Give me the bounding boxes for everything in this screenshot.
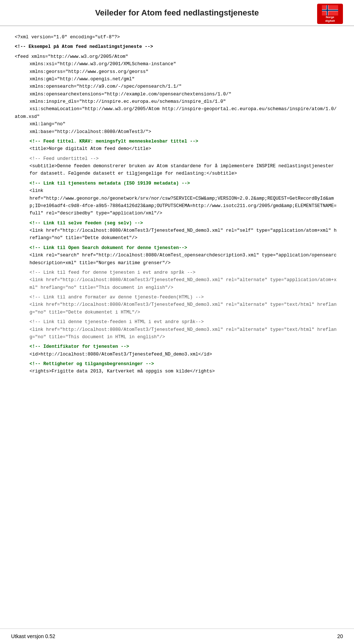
feed-xmlns: <feed xmlns="http://www.w3.org/2005/Atom… [15,53,339,136]
xml-declaration: <?xml version="1.0" encoding="utf-8"?> [15,34,339,41]
main-content: <?xml version="1.0" encoding="utf-8"?> <… [0,26,354,385]
link-html-section: <!-- Link til andre formater av denne tj… [15,294,339,316]
id-section: <!-- Identifikator for tjenesten --> <id… [15,343,339,358]
page-title: Veileder for Atom feed nedlastingstjenes… [11,7,343,19]
logo-text: Norgedigitalt [325,15,335,22]
feed-title-section: <!-- Feed tittel. KRAV: meningsfylt menn… [15,138,339,153]
feed-subtitle-section: <!-- Feed undertittel --> <subtitle>Denn… [15,155,339,178]
link-opensearch-section: <!-- Link til Open Search dokument for d… [15,244,339,267]
rights-section: <!-- Rettigheter og tilgangsbegrensninge… [15,360,339,375]
logo-box: Norgedigitalt [317,4,343,24]
svg-rect-4 [322,10,338,11]
logo-area: Norgedigitalt [317,4,343,24]
norway-flag-icon [322,5,338,15]
link-iso-section: <!-- Link til tjenestens metadata (ISO 1… [15,180,339,217]
comment-example: <!-- Eksempel på Atom feed nedlastingstj… [15,43,339,50]
link-html-lang-section: <!-- Link til denne tjeneste-feeden i HT… [15,318,339,341]
page-header: Veileder for Atom feed nedlastingstjenes… [0,0,354,26]
link-self-section: <!-- Link til selve feeden (seg selv) --… [15,220,339,242]
link-lang-section: <!-- Link til feed for denne tjenesten i… [15,269,339,291]
